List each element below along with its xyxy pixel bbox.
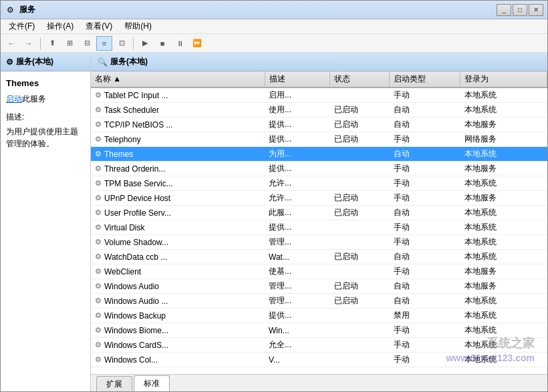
toolbar-sep-2 xyxy=(133,37,134,49)
service-name-cell: ⚙TCP/IP NetBIOS ... xyxy=(91,118,265,132)
service-logon-cell: 本地系统 xyxy=(460,206,547,220)
table-row[interactable]: ⚙User Profile Serv...此服...已启动自动本地系统 xyxy=(91,206,547,220)
service-startup-cell: 手动 xyxy=(390,132,460,147)
service-status-cell: 已启动 xyxy=(330,132,390,147)
paste-button[interactable]: ⊟ xyxy=(79,36,95,51)
table-row[interactable]: ⚙TPM Base Servic...允许...手动本地系统 xyxy=(91,176,547,191)
stop-button[interactable]: ■ xyxy=(154,36,170,51)
service-gear-icon: ⚙ xyxy=(95,326,102,335)
service-gear-icon: ⚙ xyxy=(95,223,102,232)
table-row[interactable]: ⚙Tablet PC Input ...启用...手动本地系统 xyxy=(91,87,547,103)
table-row[interactable]: ⚙WebClient使基...手动本地服务 xyxy=(91,264,547,279)
service-startup-cell: 手动 xyxy=(390,220,460,235)
service-startup-cell: 自动 xyxy=(390,294,460,309)
services-window: ⚙ 服务 _ □ ✕ 文件(F) 操作(A) 查看(V) 帮助(H) ← → ⬆… xyxy=(0,0,548,392)
services-table[interactable]: 名称 ▲ 描述 状态 启动类型 登录为 ⚙Tablet PC Input ...… xyxy=(91,71,547,374)
service-startup-cell: 自动 xyxy=(390,147,460,162)
service-desc-cell: 允许... xyxy=(265,191,330,206)
service-name-cell: ⚙Windows CardS... xyxy=(91,338,265,353)
service-logon-cell: 本地系统 xyxy=(460,338,547,353)
service-logon-cell: 本地系统 xyxy=(460,323,547,338)
col-logon[interactable]: 登录为 xyxy=(460,71,547,87)
service-name-cell: ⚙User Profile Serv... xyxy=(91,206,265,220)
service-startup-cell: 自动 xyxy=(390,250,460,264)
pause-button[interactable]: ⏸ xyxy=(172,36,188,51)
service-startup-cell: 手动 xyxy=(390,87,460,103)
service-gear-icon: ⚙ xyxy=(95,164,102,173)
table-row[interactable]: ⚙Telephony提供...已启动手动网络服务 xyxy=(91,132,547,147)
service-logon-cell: 本地系统 xyxy=(460,220,547,235)
table-row[interactable]: ⚙Thread Orderin...提供...手动本地服务 xyxy=(91,162,547,176)
service-status-cell xyxy=(330,176,390,191)
service-startup-cell: 手动 xyxy=(390,191,460,206)
up-button[interactable]: ⬆ xyxy=(44,36,60,51)
tab-standard[interactable]: 标准 xyxy=(134,375,170,391)
table-row[interactable]: ⚙Windows Backup提供...禁用本地系统 xyxy=(91,309,547,323)
service-status-cell: 已启动 xyxy=(330,294,390,309)
maximize-button[interactable]: □ xyxy=(513,4,527,16)
start-button[interactable]: ▶ xyxy=(137,36,153,51)
bottom-tabs: 扩展 标准 xyxy=(91,374,547,391)
service-gear-icon: ⚙ xyxy=(95,282,102,290)
table-row[interactable]: ⚙Windows Audio管理...已启动自动本地服务 xyxy=(91,279,547,294)
service-logon-cell: 本地系统 xyxy=(460,235,547,250)
table-row[interactable]: ⚙Windows Audio ...管理...已启动自动本地系统 xyxy=(91,294,547,309)
col-startup[interactable]: 启动类型 xyxy=(390,71,460,87)
service-desc-cell: 允许... xyxy=(265,176,330,191)
right-panel: 🔍 服务(本地) 名称 ▲ 描述 状态 启动类型 登录为 xyxy=(91,53,547,391)
menu-view[interactable]: 查看(V) xyxy=(80,19,118,33)
service-name-cell: ⚙Windows Biome... xyxy=(91,323,265,338)
service-name-cell: ⚙Tablet PC Input ... xyxy=(91,87,265,103)
desc-label: 描述: xyxy=(6,112,85,123)
table-row[interactable]: ⚙Windows CardS...允全...手动本地系统 xyxy=(91,338,547,353)
service-status-cell: 已启动 xyxy=(330,206,390,220)
service-name-cell: ⚙Telephony xyxy=(91,132,265,147)
service-logon-cell: 网络服务 xyxy=(460,132,547,147)
window-controls: _ □ ✕ xyxy=(497,4,543,16)
close-button[interactable]: ✕ xyxy=(529,4,543,16)
table-row[interactable]: ⚙Task Scheduler使用...已启动自动本地系统 xyxy=(91,103,547,118)
service-logon-cell: 本地系统 xyxy=(460,250,547,264)
start-service-link[interactable]: 启动 xyxy=(6,94,22,104)
open-button[interactable]: ⊡ xyxy=(114,36,130,51)
menu-bar: 文件(F) 操作(A) 查看(V) 帮助(H) xyxy=(1,19,547,34)
table-row[interactable]: ⚙Virtual Disk提供...手动本地系统 xyxy=(91,220,547,235)
menu-action[interactable]: 操作(A) xyxy=(41,19,79,33)
service-desc-cell: 提供... xyxy=(265,132,330,147)
back-button[interactable]: ← xyxy=(3,36,19,51)
service-gear-icon: ⚙ xyxy=(95,355,102,364)
service-status-cell xyxy=(330,220,390,235)
table-row[interactable]: ⚙Themes为用...自动本地系统 xyxy=(91,147,547,162)
service-desc-cell: Win... xyxy=(265,323,330,338)
service-gear-icon: ⚙ xyxy=(95,120,102,129)
properties-button[interactable]: ≡ xyxy=(96,36,112,51)
left-panel-title: 服务(本地) xyxy=(16,56,53,67)
table-row[interactable]: ⚙TCP/IP NetBIOS ...提供...已启动自动本地服务 xyxy=(91,118,547,132)
service-status-cell xyxy=(330,235,390,250)
window-title: 服务 xyxy=(19,4,497,15)
resume-button[interactable]: ⏩ xyxy=(189,36,205,51)
service-name-cell: ⚙Virtual Disk xyxy=(91,220,265,235)
table-row[interactable]: ⚙UPnP Device Host允许...已启动手动本地服务 xyxy=(91,191,547,206)
copy-button[interactable]: ⊞ xyxy=(61,36,78,51)
table-row[interactable]: ⚙Windows Biome...Win...手动本地系统 xyxy=(91,323,547,338)
minimize-button[interactable]: _ xyxy=(497,4,511,16)
col-name[interactable]: 名称 ▲ xyxy=(91,71,265,87)
tab-extend[interactable]: 扩展 xyxy=(96,376,132,391)
service-desc-cell: 提供... xyxy=(265,162,330,176)
table-row[interactable]: ⚙WatchData ccb ...Wat...已启动自动本地系统 xyxy=(91,250,547,264)
service-startup-cell: 自动 xyxy=(390,103,460,118)
col-desc[interactable]: 描述 xyxy=(265,71,330,87)
service-desc-cell: 使用... xyxy=(265,103,330,118)
col-status[interactable]: 状态 xyxy=(330,71,390,87)
table-row[interactable]: ⚙Windows Col...V...手动本地系统 xyxy=(91,353,547,367)
start-link-container: 启动此服务 xyxy=(6,93,85,105)
table-row[interactable]: ⚙Volume Shadow...管理...手动本地系统 xyxy=(91,235,547,250)
service-gear-icon: ⚙ xyxy=(95,194,102,202)
forward-button[interactable]: → xyxy=(21,36,37,51)
menu-help[interactable]: 帮助(H) xyxy=(119,19,157,33)
menu-file[interactable]: 文件(F) xyxy=(3,19,40,33)
service-status-cell xyxy=(330,338,390,353)
service-gear-icon: ⚙ xyxy=(95,311,102,320)
service-name-cell: ⚙Volume Shadow... xyxy=(91,235,265,250)
